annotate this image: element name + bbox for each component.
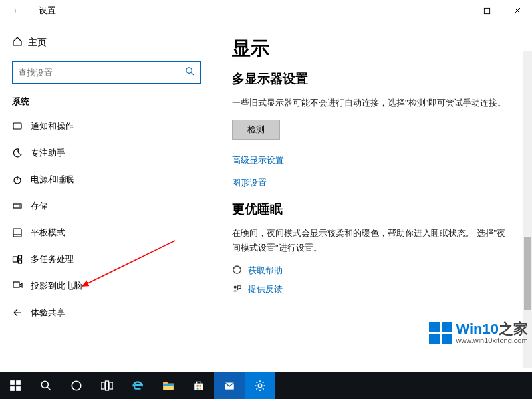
- sidebar: 主页 系统 通知和操作 专注助手 电源和睡眠: [0, 21, 213, 372]
- svg-line-25: [47, 387, 51, 390]
- power-icon: [12, 174, 31, 185]
- storage-icon: [12, 201, 31, 211]
- svg-point-18: [233, 266, 241, 273]
- taskbar-settings[interactable]: [245, 372, 275, 399]
- svg-rect-21: [16, 380, 21, 385]
- content-pane: 显示 多显示器设置 一些旧式显示器可能不会进行自动连接，选择"检测"即可尝试手动…: [213, 21, 532, 372]
- svg-rect-33: [194, 384, 203, 390]
- svg-rect-31: [163, 382, 168, 384]
- minimize-button[interactable]: [442, 0, 472, 21]
- moon-icon: [12, 148, 31, 158]
- taskbar-mail[interactable]: [214, 372, 245, 399]
- nav-focus-assist[interactable]: 专注助手: [0, 140, 213, 166]
- notifications-icon: [12, 121, 31, 132]
- nav-label: 投影到此电脑: [31, 280, 82, 292]
- svg-rect-37: [200, 388, 201, 390]
- nav-label: 平板模式: [31, 227, 65, 239]
- advanced-display-link[interactable]: 高级显示设置: [232, 154, 512, 166]
- nav-tablet-mode[interactable]: 平板模式: [0, 219, 213, 246]
- svg-point-39: [258, 384, 261, 387]
- nav-label: 体验共享: [31, 307, 65, 319]
- svg-point-26: [72, 381, 81, 390]
- better-sleep-desc: 在晚间，夜间模式会显示较柔和的暖色，帮助你进入睡眠状态。 选择"夜间模式设置"进…: [232, 226, 512, 255]
- project-icon: [12, 281, 31, 291]
- window-title: 设置: [27, 5, 442, 17]
- taskbar-edge[interactable]: [122, 372, 153, 399]
- tablet-icon: [12, 227, 31, 238]
- task-view-button[interactable]: [92, 372, 122, 399]
- nav-label: 多任务处理: [31, 253, 74, 265]
- taskbar-search[interactable]: [31, 372, 61, 399]
- nav-label: 电源和睡眠: [31, 174, 74, 186]
- home-icon: [12, 36, 28, 49]
- svg-rect-13: [13, 257, 18, 262]
- svg-rect-29: [110, 382, 113, 389]
- search-icon: [185, 66, 195, 78]
- start-button[interactable]: [0, 372, 31, 399]
- home-label: 主页: [28, 37, 47, 49]
- svg-rect-11: [13, 229, 21, 237]
- svg-point-10: [19, 205, 21, 207]
- svg-rect-16: [13, 282, 19, 287]
- nav-notifications[interactable]: 通知和操作: [0, 113, 213, 140]
- svg-rect-23: [16, 386, 21, 391]
- give-feedback-label: 提供反馈: [248, 283, 283, 295]
- nav-label: 存储: [31, 200, 48, 212]
- svg-rect-1: [484, 8, 489, 13]
- svg-line-5: [191, 72, 194, 75]
- svg-rect-6: [13, 123, 21, 129]
- svg-rect-15: [19, 260, 22, 263]
- svg-rect-27: [101, 382, 104, 389]
- nav-storage[interactable]: 存储: [0, 193, 213, 219]
- help-icon: [232, 265, 248, 277]
- svg-point-19: [234, 286, 237, 289]
- title-bar: ← 设置: [0, 0, 532, 21]
- share-icon: [12, 307, 31, 318]
- svg-rect-34: [197, 385, 199, 387]
- nav-shared-experience[interactable]: 体验共享: [0, 299, 213, 326]
- scrollbar-thumb[interactable]: [524, 237, 531, 310]
- nav-multitasking[interactable]: 多任务处理: [0, 246, 213, 273]
- svg-rect-36: [197, 388, 199, 390]
- give-feedback-link[interactable]: 提供反馈: [232, 283, 512, 295]
- scrollbar[interactable]: [523, 51, 532, 368]
- svg-point-4: [186, 68, 192, 73]
- page-title: 显示: [232, 36, 512, 61]
- close-button[interactable]: [502, 0, 532, 21]
- multi-display-desc: 一些旧式显示器可能不会进行自动连接，选择"检测"即可尝试手动连接。: [232, 96, 512, 110]
- nav-power-sleep[interactable]: 电源和睡眠: [0, 166, 213, 193]
- section-better-sleep: 更优睡眠: [232, 201, 512, 218]
- get-help-link[interactable]: 获取帮助: [232, 265, 512, 277]
- nav-label: 专注助手: [31, 147, 65, 159]
- taskbar: [0, 372, 532, 399]
- feedback-icon: [232, 283, 248, 295]
- taskbar-explorer[interactable]: [153, 372, 184, 399]
- svg-rect-14: [19, 255, 22, 259]
- taskbar-store[interactable]: [184, 372, 214, 399]
- section-multi-display: 多显示器设置: [232, 70, 512, 88]
- nav-label: 通知和操作: [31, 120, 74, 132]
- back-button[interactable]: ←: [8, 5, 27, 17]
- svg-rect-22: [10, 386, 15, 391]
- detect-button[interactable]: 检测: [232, 120, 280, 140]
- home-link[interactable]: 主页: [0, 29, 213, 56]
- maximize-button[interactable]: [472, 0, 502, 21]
- nav-projecting[interactable]: 投影到此电脑: [0, 273, 213, 299]
- svg-rect-28: [106, 381, 109, 390]
- search-input[interactable]: [18, 68, 185, 78]
- search-box[interactable]: [12, 61, 201, 84]
- group-label: 系统: [0, 93, 213, 113]
- svg-point-24: [41, 381, 48, 388]
- svg-rect-20: [10, 380, 15, 385]
- svg-rect-35: [200, 385, 201, 387]
- graphics-settings-link[interactable]: 图形设置: [232, 177, 512, 189]
- cortana-button[interactable]: [61, 372, 92, 399]
- multitask-icon: [12, 254, 31, 265]
- get-help-label: 获取帮助: [248, 265, 283, 277]
- svg-rect-32: [163, 384, 174, 386]
